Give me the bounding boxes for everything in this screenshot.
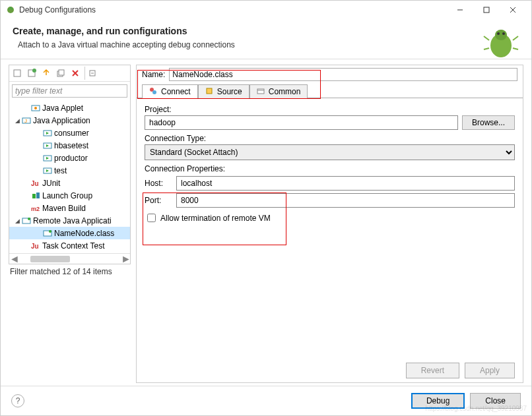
run-icon	[42, 153, 53, 163]
svg-text:Ju: Ju	[31, 180, 39, 187]
name-label: Name:	[142, 70, 165, 79]
new-config-button[interactable]	[11, 67, 24, 80]
tree-item-label: productor	[54, 154, 88, 163]
svg-rect-13	[14, 70, 20, 76]
config-tree[interactable]: Java Applet◢JJava Applicationconsumerhba…	[9, 100, 130, 253]
window-title: Debug Configurations	[19, 5, 96, 15]
tree-item-label: Launch Group	[42, 191, 92, 200]
svg-line-7	[484, 36, 489, 40]
svg-point-15	[32, 69, 36, 73]
connection-properties-label: Connection Properties:	[145, 164, 515, 173]
tree-item[interactable]: ◢Remote Java Applicati	[9, 214, 130, 227]
close-button[interactable]: Close	[470, 393, 521, 409]
collapse-all-button[interactable]	[84, 67, 98, 80]
close-window-button[interactable]	[500, 2, 526, 18]
svg-text:J: J	[24, 118, 27, 124]
port-input[interactable]	[176, 193, 515, 208]
tab-label: Common	[269, 87, 301, 96]
tab-connect[interactable]: Connect	[142, 84, 198, 98]
export-button[interactable]	[40, 67, 53, 80]
debug-button[interactable]: Debug	[411, 393, 465, 409]
connection-type-label: Connection Type:	[145, 134, 515, 143]
connect-form: Project: Browse... Connection Type: Stan…	[137, 98, 523, 359]
tab-icon	[257, 87, 266, 96]
duplicate-button[interactable]	[54, 67, 67, 80]
tree-item-label: hbasetest	[54, 141, 88, 150]
svg-line-8	[513, 36, 518, 40]
tree-item-label: consumer	[54, 129, 89, 138]
allow-terminate-checkbox[interactable]	[147, 214, 156, 222]
tab-icon	[205, 87, 215, 96]
tree-item[interactable]: productor	[9, 152, 130, 164]
filter-input[interactable]	[12, 84, 127, 98]
svg-rect-42	[257, 89, 264, 94]
tree-item-label: Task Context Test	[42, 241, 105, 251]
run-icon	[42, 165, 53, 176]
tab-common[interactable]: Common	[249, 84, 308, 98]
maven-icon: m2	[30, 203, 41, 214]
svg-point-37	[49, 230, 51, 233]
tree-item-label: Java Applet	[42, 104, 83, 113]
tree-item-label: test	[54, 166, 67, 175]
connection-type-select[interactable]: Standard (Socket Attach)	[145, 144, 515, 160]
maximize-button[interactable]	[473, 2, 500, 18]
svg-rect-32	[36, 193, 40, 198]
bug-icon	[482, 24, 519, 64]
tree-item[interactable]: hbasetest	[9, 139, 130, 152]
tree-item-label: JUnit	[42, 179, 60, 188]
svg-line-9	[484, 48, 489, 49]
svg-text:Ju: Ju	[31, 243, 39, 250]
tab-label: Source	[217, 87, 242, 96]
horizontal-scrollbar[interactable]: ◄►	[9, 253, 130, 264]
new-prototype-button[interactable]	[25, 67, 38, 80]
name-input[interactable]	[169, 68, 517, 81]
tab-strip: ConnectSourceCommon	[137, 84, 523, 98]
project-input[interactable]	[145, 115, 458, 130]
tree-item-label: Java Application	[33, 116, 90, 125]
svg-point-6	[495, 30, 507, 40]
svg-point-40	[152, 90, 156, 94]
tree-item-label: Remote Java Applicati	[33, 216, 112, 225]
svg-line-10	[513, 48, 518, 49]
tree-item[interactable]: JuJUnit	[9, 177, 130, 189]
port-label: Port:	[145, 196, 172, 205]
svg-rect-17	[59, 70, 64, 75]
tree-item[interactable]: Java Applet	[9, 102, 130, 114]
delete-button[interactable]	[69, 67, 82, 80]
tree-item[interactable]: JuTask Context Test	[9, 239, 130, 252]
remote-icon	[21, 216, 32, 226]
expand-arrow-icon[interactable]: ◢	[13, 117, 21, 124]
svg-rect-41	[207, 88, 212, 94]
tree-item[interactable]: test	[9, 164, 130, 177]
applet-icon	[30, 103, 41, 113]
help-button[interactable]: ?	[11, 394, 24, 407]
junit-icon: Ju	[30, 241, 41, 251]
minimize-button[interactable]	[447, 2, 473, 18]
tree-item[interactable]: NameNode.class	[9, 227, 130, 239]
tree-item[interactable]: Launch Group	[9, 189, 130, 202]
host-input[interactable]	[176, 176, 515, 191]
host-label: Host:	[145, 179, 172, 188]
tree-item-label: NameNode.class	[54, 229, 114, 238]
javaapp-icon: J	[21, 115, 32, 126]
tree-item[interactable]: m2Maven Build	[9, 202, 130, 214]
tree-item[interactable]: ◢JJava Application	[9, 114, 130, 127]
svg-text:m2: m2	[31, 206, 40, 212]
apply-button[interactable]: Apply	[465, 363, 515, 378]
tab-source[interactable]: Source	[198, 84, 249, 98]
project-label: Project:	[145, 105, 515, 114]
group-icon	[30, 191, 41, 201]
browse-button[interactable]: Browse...	[462, 115, 515, 130]
tab-icon	[149, 87, 158, 96]
svg-rect-2	[484, 7, 489, 13]
footer: ? Debug Close	[1, 386, 531, 415]
svg-rect-31	[32, 194, 36, 198]
left-panel: Java Applet◢JJava Applicationconsumerhba…	[9, 65, 131, 264]
header-subtitle: Attach to a Java virtual machine accepti…	[18, 40, 519, 49]
expand-arrow-icon[interactable]: ◢	[13, 218, 21, 224]
tab-label: Connect	[161, 87, 191, 96]
junit-icon: Ju	[30, 178, 41, 189]
tree-item[interactable]: consumer	[9, 127, 130, 139]
run-icon	[42, 140, 53, 151]
revert-button[interactable]: Revert	[406, 363, 459, 378]
